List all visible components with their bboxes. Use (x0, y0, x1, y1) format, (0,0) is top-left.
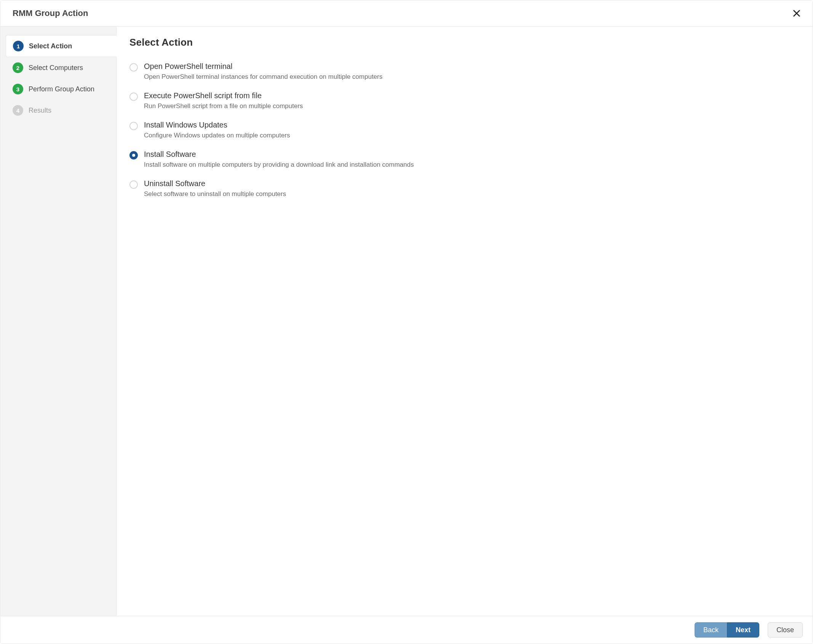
step-label: Select Action (29, 42, 72, 50)
option-install-updates[interactable]: Install Windows Updates Configure Window… (129, 115, 797, 145)
content-panel: Select Action Open PowerShell terminal O… (117, 27, 813, 616)
back-button[interactable]: Back (695, 622, 727, 638)
option-uninstall-software[interactable]: Uninstall Software Select software to un… (129, 174, 797, 203)
radio-icon[interactable] (129, 92, 138, 101)
rmm-group-action-modal: RMM Group Action 1 Select Action 2 Selec… (0, 0, 813, 644)
option-title: Open PowerShell terminal (144, 62, 382, 71)
option-texts: Install Windows Updates Configure Window… (144, 121, 290, 139)
option-texts: Uninstall Software Select software to un… (144, 179, 286, 198)
radio-icon[interactable] (129, 180, 138, 189)
step-results: 4 Results (0, 100, 116, 121)
radio-icon[interactable] (129, 151, 138, 159)
option-title: Install Windows Updates (144, 121, 290, 129)
step-number-badge: 2 (13, 62, 23, 73)
wizard-steps: 1 Select Action 2 Select Computers 3 Per… (0, 27, 117, 616)
option-desc: Select software to uninstall on multiple… (144, 190, 286, 198)
option-desc: Open PowerShell terminal instances for c… (144, 73, 382, 81)
option-desc: Configure Windows updates on multiple co… (144, 132, 290, 139)
option-texts: Install Software Install software on mul… (144, 150, 414, 169)
modal-title: RMM Group Action (13, 8, 88, 18)
modal-body: 1 Select Action 2 Select Computers 3 Per… (0, 27, 813, 616)
step-number-badge: 1 (13, 41, 24, 51)
close-icon[interactable] (791, 7, 803, 19)
step-label: Perform Group Action (29, 85, 94, 93)
option-texts: Open PowerShell terminal Open PowerShell… (144, 62, 382, 81)
modal-footer: Back Next Close (0, 616, 813, 644)
option-title: Uninstall Software (144, 179, 286, 188)
step-perform-group-action[interactable]: 3 Perform Group Action (0, 78, 116, 100)
next-button[interactable]: Next (727, 622, 759, 638)
step-number-badge: 3 (13, 84, 23, 94)
option-title: Install Software (144, 150, 414, 159)
option-desc: Install software on multiple computers b… (144, 161, 414, 169)
radio-icon[interactable] (129, 122, 138, 130)
step-select-computers[interactable]: 2 Select Computers (0, 57, 116, 78)
modal-header: RMM Group Action (0, 0, 813, 27)
step-label: Select Computers (29, 64, 83, 72)
step-label: Results (29, 107, 51, 115)
content-heading: Select Action (129, 37, 797, 48)
step-select-action[interactable]: 1 Select Action (6, 35, 117, 57)
option-desc: Run PowerShell script from a file on mul… (144, 102, 303, 110)
option-texts: Execute PowerShell script from file Run … (144, 91, 303, 110)
option-open-powershell[interactable]: Open PowerShell terminal Open PowerShell… (129, 57, 797, 86)
step-number-badge: 4 (13, 105, 23, 116)
close-button[interactable]: Close (768, 622, 803, 638)
radio-icon[interactable] (129, 63, 138, 72)
option-title: Execute PowerShell script from file (144, 91, 303, 100)
option-install-software[interactable]: Install Software Install software on mul… (129, 145, 797, 174)
option-exec-ps-file[interactable]: Execute PowerShell script from file Run … (129, 86, 797, 115)
back-next-group: Back Next (695, 622, 759, 638)
